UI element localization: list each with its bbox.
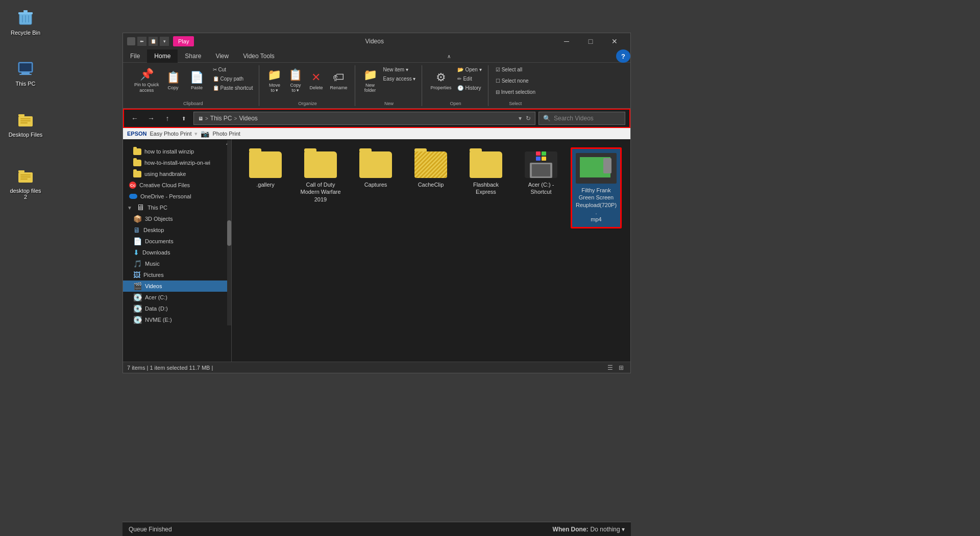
rename-button[interactable]: 🏷 Rename bbox=[327, 65, 350, 96]
new-folder-button[interactable]: 📁 Newfolder bbox=[360, 65, 380, 96]
tab-file[interactable]: File bbox=[123, 49, 147, 63]
folder-icon-handbrake bbox=[133, 171, 141, 177]
title-bar: ⬅ 📋 ▾ Play Videos ─ □ ✕ bbox=[123, 33, 630, 49]
sidebar-item-videos[interactable]: 🎬 Videos bbox=[123, 280, 231, 292]
copy-path-button[interactable]: 📋 Copy path bbox=[211, 74, 255, 84]
open-icon: 📂 bbox=[457, 67, 463, 72]
back-button[interactable]: ← bbox=[128, 112, 141, 125]
large-icons-view-button[interactable]: ⊞ bbox=[616, 363, 626, 372]
sidebar-item-3d-objects[interactable]: 📦 3D Objects bbox=[123, 213, 231, 224]
quick-access-btn-1[interactable]: ⬅ bbox=[137, 37, 146, 46]
sidebar-item-data-d[interactable]: 💽 Data (D:) bbox=[123, 303, 231, 314]
when-done-dropdown[interactable]: Do nothing ▾ bbox=[591, 526, 625, 533]
up-button[interactable]: ↑ bbox=[161, 112, 174, 125]
explorer-window: ⬅ 📋 ▾ Play Videos ─ □ ✕ File Home Share … bbox=[122, 33, 631, 373]
quick-access-btn-3[interactable]: ▾ bbox=[160, 37, 169, 46]
copy-to-button[interactable]: 📋 Copyto ▾ bbox=[285, 65, 305, 96]
svg-rect-14 bbox=[20, 122, 28, 123]
ribbon-collapse-btn[interactable]: ∧ bbox=[440, 49, 458, 63]
sidebar-item-how-to-install-winzip-on-wi[interactable]: how-to-install-winzip-on-wi bbox=[123, 157, 231, 168]
close-button[interactable]: ✕ bbox=[603, 33, 626, 49]
search-placeholder: Search Videos bbox=[554, 115, 594, 122]
when-done-section: When Done: Do nothing ▾ bbox=[553, 526, 625, 533]
tab-share[interactable]: Share bbox=[178, 49, 208, 63]
quick-access-btn-2[interactable]: 📋 bbox=[149, 37, 158, 46]
new-folder-label: Newfolder bbox=[364, 83, 376, 93]
svg-rect-13 bbox=[20, 120, 31, 121]
folder-cod-icon bbox=[304, 151, 337, 178]
desktop-files-icon[interactable]: Desktop Files bbox=[5, 107, 46, 140]
help-button[interactable]: ? bbox=[616, 49, 630, 63]
clipboard-group: 📌 Pin to Quickaccess 📋 Copy 📄 Paste ✂ bbox=[127, 65, 259, 106]
move-icon: 📁 bbox=[267, 68, 281, 82]
sidebar-item-downloads[interactable]: ⬇ Downloads bbox=[123, 247, 231, 258]
captures-label: Captures bbox=[364, 181, 387, 188]
desktop-files-2-icon[interactable]: desktop files2 bbox=[5, 163, 46, 202]
select-all-button[interactable]: ☑ Select all bbox=[494, 65, 537, 74]
tab-home[interactable]: Home bbox=[147, 49, 178, 63]
file-item-captures[interactable]: Captures bbox=[350, 147, 401, 228]
acer-shortcut-label: Acer (C:) -Shortcut bbox=[528, 181, 554, 196]
sidebar-item-using-handbrake[interactable]: using handbrake bbox=[123, 168, 231, 180]
move-to-button[interactable]: 📁 Moveto ▾ bbox=[264, 65, 284, 96]
play-button[interactable]: Play bbox=[173, 36, 194, 46]
file-item-filthy-frank[interactable]: Filthy FrankGreen ScreenReupload(720P).m… bbox=[571, 147, 622, 228]
sidebar-item-pictures[interactable]: 🖼 Pictures bbox=[123, 269, 231, 280]
paste-shortcut-button[interactable]: 📋 Paste shortcut bbox=[211, 84, 255, 93]
file-item-acer-shortcut[interactable]: Acer (C:) -Shortcut bbox=[516, 147, 567, 228]
new-item-button[interactable]: New item ▾ bbox=[381, 65, 418, 74]
file-item-flashback[interactable]: FlashbackExpress bbox=[460, 147, 511, 228]
tab-video-tools[interactable]: Video Tools bbox=[236, 49, 282, 63]
refresh-btn[interactable]: ⬆ bbox=[177, 112, 190, 125]
sidebar-item-this-pc[interactable]: ▼ 🖥 This PC bbox=[123, 202, 231, 213]
recycle-bin-image bbox=[15, 7, 36, 28]
recycle-bin-icon[interactable]: Recycle Bin bbox=[5, 5, 46, 38]
history-button[interactable]: 🕐 History bbox=[455, 84, 483, 93]
pin-quick-access-button[interactable]: 📌 Pin to Quickaccess bbox=[131, 65, 162, 96]
sidebar-item-acer-c[interactable]: 💽 Acer (C:) bbox=[123, 292, 231, 303]
sidebar-item-documents[interactable]: 📄 Documents bbox=[123, 236, 231, 247]
invert-selection-button[interactable]: ⊟ Invert selection bbox=[494, 88, 537, 97]
paste-button[interactable]: 📄 Paste bbox=[184, 65, 210, 96]
sidebar-item-how-to-install-winzip[interactable]: how to install winzip bbox=[123, 146, 231, 157]
easy-access-button[interactable]: Easy access ▾ bbox=[381, 74, 418, 84]
select-none-icon: ☐ bbox=[496, 78, 500, 84]
address-bar: ← → ↑ ⬆ 🖥 > This PC > Videos ▾ ↻ 🔍 Searc… bbox=[123, 109, 630, 128]
path-refresh[interactable]: ↻ bbox=[526, 115, 531, 122]
file-item-cod[interactable]: Call of DutyModern Warfare2019 bbox=[295, 147, 346, 228]
maximize-button[interactable]: □ bbox=[579, 33, 602, 49]
delete-button[interactable]: ✕ Delete bbox=[306, 65, 326, 96]
this-pc-desktop-icon[interactable]: This PC bbox=[5, 56, 46, 89]
address-path-bar[interactable]: 🖥 > This PC > Videos ▾ ↻ bbox=[193, 112, 535, 125]
new-label: New bbox=[384, 100, 394, 106]
win-blue bbox=[536, 157, 541, 161]
tab-view[interactable]: View bbox=[208, 49, 236, 63]
search-box[interactable]: 🔍 Search Videos bbox=[538, 112, 625, 125]
forward-button[interactable]: → bbox=[144, 112, 158, 125]
sidebar-label-cc: Creative Cloud Files bbox=[139, 182, 190, 188]
select-none-button[interactable]: ☐ Select none bbox=[494, 76, 537, 86]
minimize-button[interactable]: ─ bbox=[555, 33, 578, 49]
file-item-cacheclip[interactable]: CacheClip bbox=[405, 147, 456, 228]
path-dropdown[interactable]: ▾ bbox=[519, 115, 522, 122]
open-button[interactable]: 📂 Open ▾ bbox=[455, 65, 483, 74]
select-buttons: ☑ Select all ☐ Select none ⊟ Invert sele… bbox=[494, 65, 537, 97]
file-item-gallery[interactable]: .gallery bbox=[240, 147, 291, 228]
cut-button[interactable]: ✂ Cut bbox=[211, 65, 255, 74]
copy-button[interactable]: 📋 Copy bbox=[163, 65, 183, 96]
select-all-icon: ☑ bbox=[496, 67, 500, 72]
epson-logo: EPSON bbox=[127, 131, 147, 137]
sidebar-item-creative-cloud[interactable]: Cc Creative Cloud Files bbox=[123, 180, 231, 191]
sidebar-scrollbar[interactable] bbox=[227, 140, 231, 325]
delete-label: Delete bbox=[309, 85, 323, 90]
properties-button[interactable]: ⚙ Properties bbox=[427, 65, 454, 96]
ribbon-tabs: File Home Share View Video Tools ∧ ? bbox=[123, 49, 630, 63]
copy-label: Copy bbox=[168, 85, 179, 90]
details-view-button[interactable]: ☰ bbox=[605, 363, 615, 372]
sidebar-item-nvme-e[interactable]: 💽 NVME (E:) bbox=[123, 314, 231, 325]
select-label: Select bbox=[509, 100, 522, 106]
sidebar-item-desktop[interactable]: 🖥 Desktop bbox=[123, 224, 231, 236]
sidebar-item-onedrive[interactable]: OneDrive - Personal bbox=[123, 191, 231, 202]
edit-button[interactable]: ✏ Edit bbox=[455, 74, 483, 84]
sidebar-item-music[interactable]: 🎵 Music bbox=[123, 258, 231, 269]
